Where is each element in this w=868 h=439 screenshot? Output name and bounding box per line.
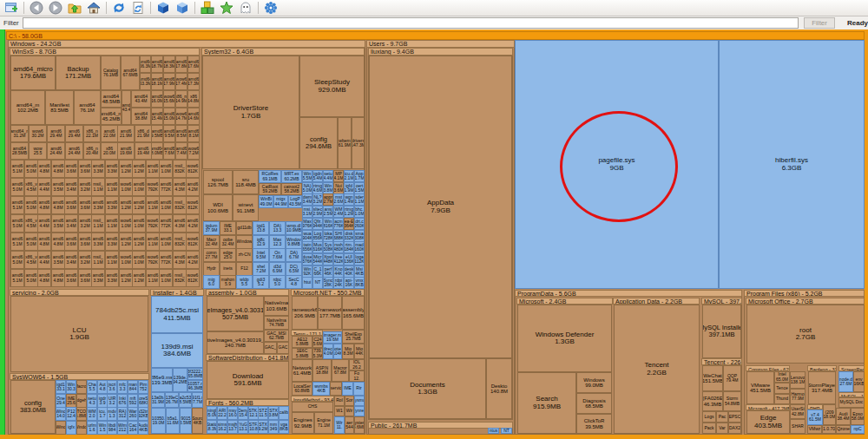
folder-cell[interactable]: SleepStudy929.0MB — [299, 56, 365, 117]
section-header[interactable]: SoftwareDistribution - 641.8MB — [206, 354, 289, 361]
folder-cell[interactable]: CatRoot59.2MB — [259, 183, 281, 195]
folder-cell[interactable]: Var — [716, 423, 728, 434]
folder-cell[interactable]: C245.6M — [312, 336, 323, 348]
file-cell[interactable]: sims16.2 — [217, 420, 227, 434]
folder-cell[interactable]: amd64_m45.2MB — [101, 108, 122, 125]
file-cell[interactable]: ansj2.5M — [323, 206, 333, 218]
section-header[interactable]: System32 - 6.4GB — [201, 48, 365, 56]
folder-cell[interactable]: Windows99.0MB — [576, 372, 612, 393]
folder-cell[interactable]: spool126.7MB — [203, 170, 233, 194]
folder-cell[interactable]: VMware451.5MB — [746, 371, 774, 404]
file-cell[interactable]: 139d9.msi384.6MB — [151, 333, 203, 368]
section-header[interactable]: Temp - 171.1 — [291, 330, 323, 336]
folder-cell[interactable]: MySQL Installer397.1MB — [702, 305, 741, 358]
folder-cell[interactable]: wow61.0M — [119, 214, 133, 233]
folder-cell[interactable]: msil_832K — [173, 196, 187, 214]
file-cell[interactable]: igd133.1 — [56, 380, 66, 394]
file-cell[interactable]: wvmbs4KB — [312, 382, 330, 396]
folder-cell[interactable]: amd65.0M — [10, 214, 24, 233]
folder-cell[interactable]: amd61.2M — [119, 160, 133, 178]
folder-cell[interactable]: Framework177.7MB — [318, 296, 342, 330]
section-header[interactable]: ScreenRecord — [838, 365, 865, 371]
folder-cell[interactable]: wow61.0M — [119, 251, 133, 269]
file-cell[interactable]: mdv1.3 — [107, 407, 117, 421]
folder-cell[interactable]: edge25.0 — [220, 248, 236, 262]
folder-cell[interactable]: amd6428.5MB — [10, 142, 29, 160]
folder-cell[interactable]: SHAR — [790, 419, 806, 434]
folder-cell[interactable]: msil_832K — [173, 269, 187, 287]
folder-cell[interactable]: Mio44K — [354, 344, 365, 359]
folder-cell[interactable]: amd64.2M — [186, 214, 200, 233]
folder-cell[interactable]: amd63.3M — [105, 269, 119, 287]
folder-cell[interactable]: x86_n22.1M — [83, 125, 101, 142]
folder-cell[interactable]: ASP.N18.8M — [312, 359, 332, 382]
folder-cell[interactable]: amd64.8M — [37, 160, 51, 178]
folder-cell[interactable]: amd629.4M — [47, 125, 65, 142]
folder-cell[interactable]: amd65.1M — [10, 196, 24, 214]
folder-cell[interactable]: LCU1.9GB — [10, 296, 148, 372]
file-cell[interactable]: man844 — [128, 380, 138, 394]
section-header[interactable]: Fonts - 560.2MB — [206, 399, 289, 406]
folder-cell[interactable]: amd615.0M — [163, 108, 175, 125]
folder-cell[interactable]: CHS — [292, 402, 333, 412]
file-cell[interactable]: CoreSh368KB — [138, 394, 148, 408]
file-cell[interactable]: drt.c260K — [354, 218, 365, 230]
file-cell[interactable]: NA)5.0M — [302, 182, 312, 194]
folder-cell[interactable]: wow25.5 — [29, 142, 47, 160]
folder-cell[interactable]: Diagnosis68.5MB — [576, 393, 612, 414]
folder-cell[interactable]: amd621.9M — [117, 125, 135, 142]
folder-cell[interactable]: amd61.0M — [159, 269, 173, 287]
file-cell[interactable]: Log856K — [312, 230, 323, 242]
file-cell[interactable]: igfd1.9M — [344, 182, 354, 194]
folder-cell[interactable]: amd65.0M — [10, 251, 24, 269]
folder-cell[interactable]: Thund — [774, 394, 790, 404]
file-cell[interactable]: noted104K — [333, 344, 342, 359]
folder-cell[interactable]: amd61.2M — [132, 269, 146, 287]
folder-cell[interactable]: amd65.1M — [10, 269, 24, 287]
folder-cell[interactable]: amd63.6M — [78, 196, 92, 214]
folder-cell[interactable]: Intel65.0M — [774, 371, 790, 383]
folder-cell[interactable]: Sourc4KB — [192, 408, 203, 434]
folder-cell[interactable]: edgehs — [76, 394, 87, 408]
folder-cell[interactable]: GAC_MSI62.7MB — [264, 330, 289, 342]
refresh-view-icon[interactable] — [128, 1, 148, 16]
folder-cell[interactable]: msil_1.1M — [91, 214, 105, 233]
folder-cell[interactable]: amd63.3M — [105, 233, 119, 251]
folder-cell[interactable]: amd617.9M — [163, 73, 175, 90]
file-cell[interactable]: NL?3.2M — [312, 193, 323, 206]
file-cell[interactable]: Xpsf448K — [323, 253, 333, 265]
folder-cell[interactable]: amd63.2M — [78, 251, 92, 269]
folder-cell[interactable]: gd11db — [236, 221, 253, 235]
file-cell[interactable]: mad160K — [354, 241, 365, 253]
file-cell[interactable]: direct4.0M — [323, 344, 333, 359]
file-cell[interactable]: rtmg1.2M — [344, 206, 354, 218]
folder-cell[interactable]: wow67.2M — [187, 142, 200, 160]
folder-cell[interactable]: amd68.5M — [175, 125, 187, 142]
file-cell[interactable]: twin656K — [302, 241, 312, 253]
file-cell[interactable]: mfc3.3 — [117, 380, 128, 394]
section-header[interactable]: liuxiang - 9.4GB — [368, 48, 513, 56]
folder-cell[interactable]: assembly165.6MB — [342, 296, 365, 330]
file-cell[interactable]: P1212.4 — [66, 407, 76, 421]
folder-cell[interactable]: catroot258.2MB — [281, 183, 302, 195]
section-header[interactable]: Common Files - 629.8M — [746, 365, 790, 371]
folder-cell[interactable]: amd619.4M — [135, 142, 152, 160]
folder-cell[interactable]: Logs — [702, 411, 716, 423]
section-header[interactable]: Microsoft - 417.2MB — [746, 404, 790, 410]
file-cell[interactable]: Msi4KB — [354, 265, 365, 278]
folder-cell[interactable]: amd63.3M — [91, 269, 105, 287]
folder-cell[interactable]: Download591.6MB — [207, 361, 289, 399]
file-cell[interactable]: 90153.5MB — [180, 408, 192, 434]
folder-cell[interactable]: amd61.0M — [159, 196, 173, 214]
folder-cell[interactable]: F12 — [236, 262, 253, 276]
folder-cell[interactable]: amd67.6M — [163, 142, 175, 160]
new-view-icon[interactable] — [2, 1, 21, 16]
folder-cell[interactable]: x86_n20.4M — [83, 142, 101, 160]
folder-cell[interactable]: wow6812K — [186, 160, 200, 178]
star-icon[interactable] — [217, 1, 236, 16]
folder-cell[interactable]: amd64_n31.2M — [10, 125, 29, 142]
folder-cell[interactable]: amd6772K — [159, 178, 173, 196]
file-cell[interactable]: STX9.2M — [258, 420, 268, 434]
folder-cell[interactable]: amd64.2M — [186, 178, 200, 196]
folder-cell[interactable]: amd622.0M — [101, 125, 118, 142]
